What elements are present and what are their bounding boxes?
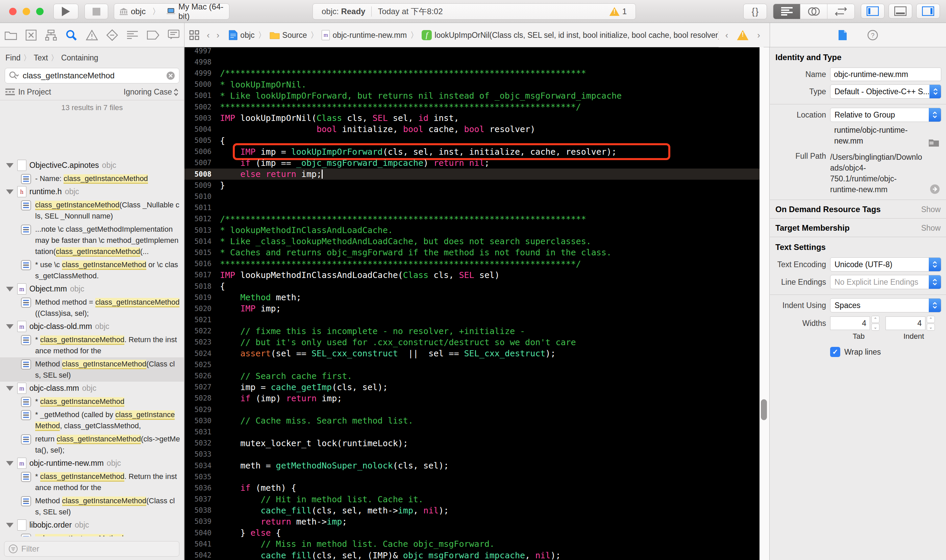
code-line[interactable]: 5029	[185, 404, 760, 415]
code-line[interactable]: 4997	[185, 47, 760, 56]
indent-width-field[interactable]: 4	[886, 317, 925, 330]
assistant-editor-button[interactable]	[800, 4, 827, 19]
disclosure-triangle-icon[interactable]	[6, 461, 14, 466]
code-line[interactable]: 5001* Like lookUpImpOrForward, but retur…	[185, 90, 760, 102]
test-navigator-tab[interactable]	[106, 29, 118, 41]
search-result-row[interactable]: _class_getInstanceMethod	[0, 532, 184, 536]
search-result-row[interactable]: * _getMethod (called by class_getInstanc…	[0, 408, 184, 432]
filter-field[interactable]: Filter	[4, 541, 179, 557]
code-line[interactable]: 5023 // but it's only used for .cxx_cons…	[185, 337, 760, 348]
code-line[interactable]: 5026 // Search cache first.	[185, 370, 760, 382]
code-line[interactable]: 5019 Method meth;	[185, 292, 760, 303]
file-group-header[interactable]: hruntime.hobjc	[0, 185, 184, 198]
breadcrumb-project[interactable]: objc	[229, 30, 254, 40]
line-number[interactable]: 5041	[185, 540, 211, 548]
text-encoding-dropdown[interactable]: Unicode (UTF-8)	[830, 257, 941, 272]
file-group-header[interactable]: mobjc-runtime-new.mmobjc	[0, 457, 184, 470]
line-number[interactable]: 5033	[185, 450, 211, 458]
find-scope-bar[interactable]: Find〉Text〉Containing	[0, 47, 184, 63]
issue-navigator-tab[interactable]	[86, 30, 98, 40]
code-line[interactable]: 5020 IMP imp;	[185, 303, 760, 314]
file-group-header[interactable]: ObjectiveC.apinotesobjc	[0, 159, 184, 172]
find-scope[interactable]: Find	[5, 53, 21, 62]
code-line[interactable]: 5018{	[185, 281, 760, 292]
search-result-row[interactable]: ...note \c class_getMethodImplementation…	[0, 223, 184, 258]
code-line[interactable]: 5002************************************…	[185, 102, 760, 112]
line-number[interactable]: 5018	[185, 282, 211, 291]
line-number[interactable]: 5021	[185, 316, 211, 324]
disclosure-triangle-icon[interactable]	[6, 287, 14, 291]
line-number[interactable]: 5014	[185, 237, 211, 246]
code-line[interactable]: 5000* lookUpImpOrNil.	[185, 79, 760, 90]
code-line[interactable]: 5012/***********************************…	[185, 214, 760, 225]
code-line[interactable]: 5036 if (meth) {	[185, 482, 760, 494]
code-line[interactable]: 5006 IMP imp = lookUpImpOrForward(cls, s…	[185, 146, 760, 157]
line-number[interactable]: 4997	[185, 47, 211, 55]
line-number[interactable]: 5006	[185, 148, 211, 156]
code-line[interactable]: 5007 if (imp == _objc_msgForward_impcach…	[185, 157, 760, 169]
line-number[interactable]: 5028	[185, 394, 211, 402]
line-number[interactable]: 4998	[185, 58, 211, 66]
line-number[interactable]: 5030	[185, 417, 211, 425]
line-number[interactable]: 5020	[185, 305, 211, 313]
code-line[interactable]: 5037 // Hit in method list. Cache it.	[185, 494, 760, 505]
line-number[interactable]: 5035	[185, 473, 211, 481]
jumpbar-warning-icon[interactable]	[737, 30, 748, 40]
line-number[interactable]: 5034	[185, 462, 211, 470]
editor-scrollbar-thumb[interactable]	[761, 399, 767, 420]
line-number[interactable]: 5038	[185, 506, 211, 514]
line-number[interactable]: 5002	[185, 103, 211, 111]
disclosure-triangle-icon[interactable]	[6, 163, 14, 168]
code-line[interactable]: 5009}	[185, 180, 760, 191]
previous-issue-button[interactable]: ‹	[726, 30, 729, 40]
line-number[interactable]: 5005	[185, 137, 211, 145]
code-line[interactable]: 5022 // fixme this is incomplete - no re…	[185, 326, 760, 337]
toggle-navigator-button[interactable]	[861, 4, 884, 18]
line-number[interactable]: 5012	[185, 215, 211, 223]
code-line[interactable]: 5005{	[185, 135, 760, 146]
close-window-button[interactable]	[9, 8, 17, 15]
line-number[interactable]: 5004	[185, 125, 211, 134]
tab-width-stepper[interactable]: ⌃⌄	[871, 316, 880, 331]
code-line[interactable]: 5033	[185, 449, 760, 460]
search-result-row[interactable]: Method method = class_getInstanceMethod(…	[0, 295, 184, 320]
line-number[interactable]: 5023	[185, 338, 211, 346]
code-line[interactable]: 5035	[185, 471, 760, 482]
editor-scrollbar-track[interactable]	[760, 47, 770, 560]
source-editor[interactable]: 499749984999/***************************…	[185, 47, 760, 560]
breakpoint-navigator-tab[interactable]	[147, 31, 159, 40]
code-line[interactable]: 5011	[185, 202, 760, 214]
debug-navigator-tab[interactable]	[127, 30, 138, 40]
line-number[interactable]: 5011	[185, 204, 211, 212]
code-line[interactable]: 5004 bool initialize, bool cache, bool r…	[185, 124, 760, 135]
tab-width-field[interactable]: 4	[830, 317, 870, 330]
line-number[interactable]: 5025	[185, 361, 211, 369]
line-number[interactable]: 5032	[185, 439, 211, 447]
location-dropdown[interactable]: Relative to Group	[830, 108, 941, 122]
line-number[interactable]: 5039	[185, 517, 211, 526]
clear-search-icon[interactable]	[166, 71, 175, 80]
next-issue-button[interactable]: ›	[757, 30, 760, 40]
odr-show-button[interactable]: Show	[921, 205, 941, 214]
code-line[interactable]: 5016************************************…	[185, 258, 760, 269]
search-result-row[interactable]: * use \c class_getInstanceMethod or \c c…	[0, 258, 184, 282]
code-line[interactable]: 5031	[185, 426, 760, 437]
indent-width-stepper[interactable]: ⌃⌄	[927, 316, 935, 331]
breadcrumb-group[interactable]: Source	[270, 31, 307, 40]
search-result-row[interactable]: * class_getInstanceMethod. Return the in…	[0, 333, 184, 357]
search-query[interactable]: class_getInstanceMethod	[23, 71, 166, 80]
scheme-selector[interactable]: objc 〉 My Mac (64-bit)	[114, 3, 230, 20]
quick-help-inspector-tab[interactable]: ?	[867, 30, 878, 40]
code-line[interactable]: 5024 assert(sel == SEL_cxx_construct || …	[185, 348, 760, 359]
file-type-dropdown[interactable]: Default - Objective-C++ S...	[830, 85, 941, 98]
source-control-navigator-tab[interactable]	[26, 30, 37, 40]
report-navigator-tab[interactable]	[168, 30, 179, 40]
line-number[interactable]: 5019	[185, 294, 211, 302]
line-number[interactable]: 5008	[185, 170, 211, 178]
code-line[interactable]: 4998	[185, 56, 760, 68]
code-line[interactable]: 4999/***********************************…	[185, 68, 760, 79]
line-number[interactable]: 5015	[185, 249, 211, 257]
line-number[interactable]: 5042	[185, 551, 211, 559]
reveal-arrow-icon[interactable]	[930, 184, 940, 194]
disclosure-triangle-icon[interactable]	[6, 386, 14, 391]
